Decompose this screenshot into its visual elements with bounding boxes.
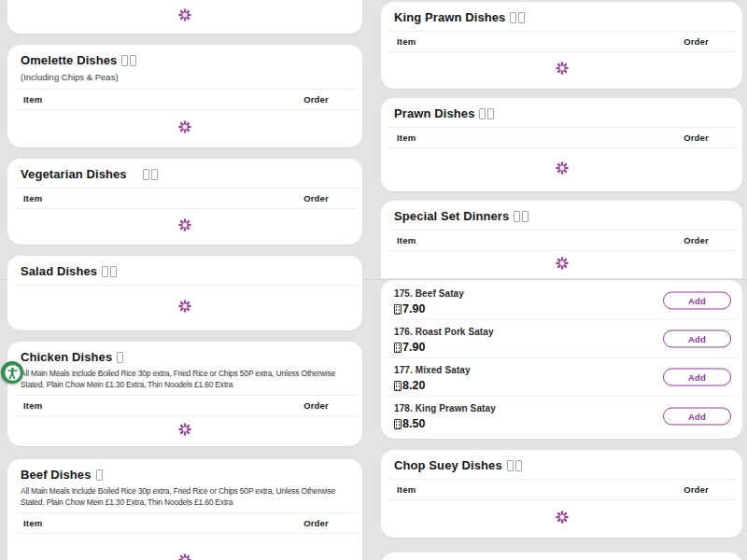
column-item: Item bbox=[397, 484, 416, 495]
category-title: Beef Dishes bbox=[21, 468, 357, 482]
category-card-loading-top bbox=[7, 0, 362, 34]
missing-emoji-icon bbox=[514, 211, 529, 222]
category-card-chop-suey: Chop Suey Dishes Item Order bbox=[381, 450, 742, 538]
category-card-omelette: Omelette Dishes (Including Chips & Peas)… bbox=[7, 45, 362, 147]
missing-emoji-icon bbox=[96, 469, 103, 481]
add-button[interactable]: Add bbox=[663, 407, 731, 425]
missing-emoji-icon bbox=[143, 169, 158, 180]
column-order: Order bbox=[303, 400, 329, 411]
menu-item-row: 177. Mixed Satay 8.20 Add bbox=[385, 358, 739, 397]
loading-zone bbox=[13, 534, 357, 560]
loading-zone bbox=[387, 251, 737, 275]
missing-emoji-icon bbox=[117, 352, 123, 363]
column-item: Item bbox=[23, 400, 42, 411]
category-title: Prawn Dishes bbox=[394, 106, 737, 120]
menu-column-left: Omelette Dishes (Including Chips & Peas)… bbox=[7, 0, 362, 560]
category-title: Special Set Dinners bbox=[394, 209, 737, 223]
category-card-chicken: Chicken Dishes All Main Meals Include Bo… bbox=[7, 342, 362, 446]
loading-zone bbox=[13, 0, 357, 29]
currency-missing-glyph-icon bbox=[394, 381, 402, 391]
loading-zone bbox=[13, 209, 357, 240]
loading-spinner-icon bbox=[177, 299, 192, 314]
items-table-header: Item Order bbox=[13, 513, 357, 533]
loading-spinner-icon bbox=[555, 161, 570, 175]
loading-spinner-icon bbox=[555, 510, 570, 525]
menu-item-row: 175. Beef Satay 7.90 Add bbox=[385, 282, 739, 320]
accessibility-widget-button[interactable] bbox=[1, 361, 23, 384]
column-item: Item bbox=[397, 133, 416, 143]
column-order: Order bbox=[684, 235, 709, 245]
category-title: King Prawn Dishes bbox=[394, 10, 737, 24]
add-button[interactable]: Add bbox=[663, 292, 731, 310]
missing-emoji-icon bbox=[121, 55, 136, 66]
column-item: Item bbox=[23, 94, 42, 105]
missing-emoji-icon bbox=[479, 108, 494, 119]
missing-emoji-icon bbox=[510, 12, 525, 23]
loading-spinner-icon bbox=[177, 553, 192, 560]
column-order: Order bbox=[303, 94, 329, 105]
currency-missing-glyph-icon bbox=[394, 419, 402, 429]
menu-item-row: 178. King Prawn Satay 8.50 Add bbox=[385, 397, 739, 435]
category-subtitle: (Including Chips & Peas) bbox=[21, 72, 357, 82]
menu-items-card: 175. Beef Satay 7.90 Add 176. Roast Pork… bbox=[381, 280, 742, 439]
category-card-salad: Salad Dishes bbox=[7, 256, 362, 330]
column-order: Order bbox=[303, 193, 329, 203]
items-table-header: Item Order bbox=[13, 189, 357, 208]
category-note: All Main Meals Include Boiled Rice 30p e… bbox=[21, 368, 349, 390]
loading-spinner-icon bbox=[177, 119, 192, 134]
accessibility-icon bbox=[4, 364, 21, 382]
loading-zone bbox=[13, 286, 357, 326]
category-title: Chop Suey Dishes bbox=[394, 458, 737, 472]
loading-zone bbox=[13, 110, 357, 143]
items-table-header: Item Order bbox=[13, 90, 357, 109]
loading-spinner-icon bbox=[555, 256, 570, 271]
column-order: Order bbox=[684, 484, 709, 495]
missing-emoji-icon bbox=[102, 266, 117, 277]
menu-item-row: 176. Roast Pork Satay 7.90 Add bbox=[385, 320, 739, 358]
currency-missing-glyph-icon bbox=[394, 343, 402, 353]
menu-column-right: King Prawn Dishes Item Order bbox=[381, 2, 742, 560]
category-title: Vegetarian Dishes bbox=[21, 167, 357, 181]
currency-missing-glyph-icon bbox=[394, 304, 402, 315]
category-card-special-set-dinners: Special Set Dinners Item Order bbox=[381, 201, 742, 278]
loading-zone bbox=[387, 52, 737, 84]
column-order: Order bbox=[684, 36, 709, 47]
loading-spinner-icon bbox=[555, 61, 570, 76]
category-card-king-prawn: King Prawn Dishes Item Order bbox=[381, 2, 742, 89]
category-note: All Main Meals Include Boiled Rice 30p e… bbox=[21, 485, 349, 508]
loading-spinner-icon bbox=[177, 422, 192, 437]
column-item: Item bbox=[23, 193, 42, 203]
items-table-header: Item Order bbox=[13, 396, 357, 415]
add-button[interactable]: Add bbox=[663, 369, 731, 386]
column-item: Item bbox=[397, 235, 416, 245]
column-item: Item bbox=[23, 518, 42, 528]
category-card-beef: Beef Dishes All Main Meals Include Boile… bbox=[7, 459, 362, 560]
items-table-header: Item Order bbox=[387, 32, 737, 51]
loading-zone bbox=[13, 416, 357, 441]
loading-zone bbox=[387, 500, 737, 533]
category-card-prawn: Prawn Dishes Item Order bbox=[381, 98, 742, 191]
column-item: Item bbox=[397, 36, 416, 47]
column-order: Order bbox=[684, 133, 709, 143]
category-title: Chicken Dishes bbox=[21, 350, 357, 364]
category-title: Omelette Dishes bbox=[21, 53, 357, 67]
add-button[interactable]: Add bbox=[663, 330, 731, 348]
category-card-loading-bottom bbox=[381, 553, 742, 560]
loading-spinner-icon bbox=[177, 7, 192, 22]
column-order: Order bbox=[303, 518, 329, 528]
items-table-header: Item Order bbox=[387, 128, 737, 147]
category-title: Salad Dishes bbox=[21, 264, 357, 278]
items-table-header: Item Order bbox=[387, 231, 737, 250]
missing-emoji-icon bbox=[507, 460, 522, 471]
loading-spinner-icon bbox=[177, 217, 192, 232]
loading-zone bbox=[387, 148, 737, 187]
category-card-vegetarian: Vegetarian Dishes Item Order bbox=[7, 159, 362, 245]
items-table-header: Item Order bbox=[387, 480, 737, 499]
